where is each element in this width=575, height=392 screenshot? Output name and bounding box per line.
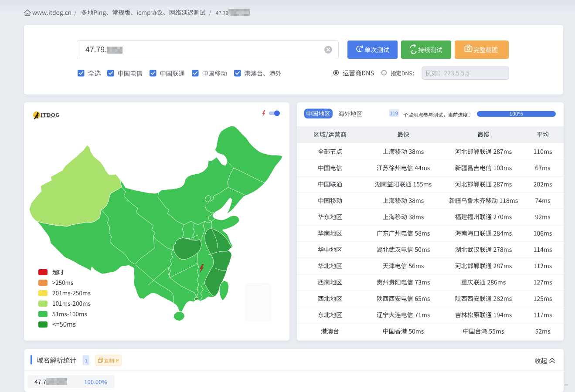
- svg-text:www.itdog.cn: www.itdog.cn: [41, 116, 56, 118]
